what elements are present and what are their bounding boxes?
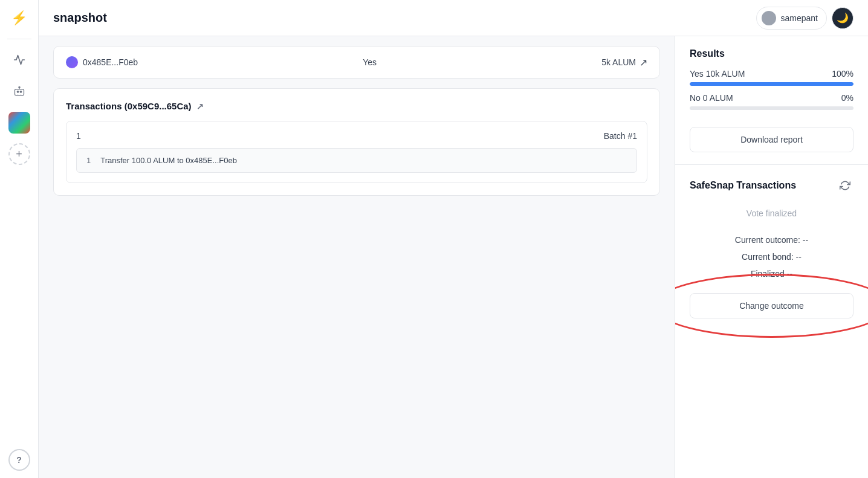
batch-card: 1 Batch #1 1 Transfer 100.0 ALUM to 0x48… xyxy=(66,121,647,183)
safesnap-title: SafeSnap Transactions xyxy=(690,180,796,191)
content-area: 0x485E...F0eb Yes 5k ALUM ↗ Transactions… xyxy=(39,36,868,478)
download-report-button[interactable]: Download report xyxy=(690,127,853,152)
svg-point-3 xyxy=(19,87,20,88)
voter-row: 0x485E...F0eb Yes 5k ALUM ↗ xyxy=(53,46,660,79)
no-result-header: No 0 ALUM 0% xyxy=(690,93,853,103)
vote-finalized-status: Vote finalized xyxy=(690,204,853,223)
sidebar-divider xyxy=(7,39,31,39)
safesnap-card: SafeSnap Transactions Vote finalized Cur… xyxy=(675,165,868,478)
tx-item-description: Transfer 100.0 ALUM to 0x485E...F0eb xyxy=(100,156,237,165)
app-logo-icon[interactable]: ⚡ xyxy=(8,7,30,29)
voter-avatar-dot xyxy=(66,56,78,68)
yes-pct: 100% xyxy=(832,69,853,79)
tx-item-number: 1 xyxy=(86,156,91,165)
tx-section-header: Transactions (0x59C9...65Ca) ↗ xyxy=(66,101,647,111)
yes-result-header: Yes 10k ALUM 100% xyxy=(690,69,853,79)
main-area: snapshot samepant 🌙 0x485E...F0eb Yes xyxy=(39,0,868,478)
yes-progress-fill xyxy=(690,82,853,86)
left-panel: 0x485E...F0eb Yes 5k ALUM ↗ Transactions… xyxy=(39,36,675,478)
external-link-icon[interactable]: ↗ xyxy=(196,102,204,111)
current-outcome-row: Current outcome: -- xyxy=(690,235,853,245)
no-progress-bg xyxy=(690,106,853,110)
user-avatar xyxy=(762,11,776,25)
page-title: snapshot xyxy=(53,11,107,25)
safesnap-header: SafeSnap Transactions xyxy=(690,177,853,194)
change-outcome-wrapper: Change outcome xyxy=(690,293,853,318)
voter-choice: Yes xyxy=(363,57,377,67)
sidebar-avatar[interactable] xyxy=(8,112,30,134)
yes-label: Yes 10k ALUM xyxy=(690,69,745,79)
sidebar-item-robot[interactable] xyxy=(8,80,30,102)
finalized-row: Finalized -- xyxy=(690,269,853,279)
change-outcome-button[interactable]: Change outcome xyxy=(690,293,853,318)
tx-item: 1 Transfer 100.0 ALUM to 0x485E...F0eb xyxy=(76,148,637,173)
current-bond-row: Current bond: -- xyxy=(690,252,853,262)
voter-amount: 5k ALUM ↗ xyxy=(601,57,647,68)
no-label: No 0 ALUM xyxy=(690,93,733,103)
yes-result-row: Yes 10k ALUM 100% xyxy=(690,69,853,86)
batch-number: 1 xyxy=(76,131,81,141)
results-card: Results Yes 10k ALUM 100% No 0 ALUM 0% xyxy=(675,36,868,165)
header-right: samepant 🌙 xyxy=(756,7,853,30)
voter-address: 0x485E...F0eb xyxy=(66,56,138,68)
batch-header: 1 Batch #1 xyxy=(76,131,637,141)
moon-icon: 🌙 xyxy=(837,12,849,24)
theme-toggle-button[interactable]: 🌙 xyxy=(832,7,853,29)
svg-rect-0 xyxy=(15,89,24,95)
current-bond-label: Current bond: xyxy=(742,252,794,262)
current-outcome-value: -- xyxy=(803,235,808,245)
batch-label: Batch #1 xyxy=(604,131,637,141)
finalized-label: Finalized xyxy=(751,269,785,279)
sidebar-bottom: ? xyxy=(8,449,30,471)
user-pill[interactable]: samepant xyxy=(756,7,827,30)
app-header: snapshot samepant 🌙 xyxy=(39,0,868,36)
outcome-info: Current outcome: -- Current bond: -- Fin… xyxy=(690,235,853,279)
transactions-section: Transactions (0x59C9...65Ca) ↗ 1 Batch #… xyxy=(53,88,660,196)
user-name: samepant xyxy=(781,13,818,23)
sidebar: ⚡ + ? xyxy=(0,0,39,478)
help-button[interactable]: ? xyxy=(8,449,30,471)
finalized-value: -- xyxy=(787,269,792,279)
sidebar-add-button[interactable]: + xyxy=(8,143,30,165)
current-outcome-label: Current outcome: xyxy=(735,235,800,245)
right-panel: Results Yes 10k ALUM 100% No 0 ALUM 0% xyxy=(675,36,868,478)
trend-icon: ↗ xyxy=(640,57,647,68)
sidebar-item-activity[interactable] xyxy=(8,49,30,71)
no-result-row: No 0 ALUM 0% xyxy=(690,93,853,110)
no-pct: 0% xyxy=(841,93,853,103)
current-bond-value: -- xyxy=(796,252,802,262)
yes-progress-bg xyxy=(690,82,853,86)
refresh-icon[interactable] xyxy=(837,177,853,194)
results-title: Results xyxy=(690,48,853,59)
svg-point-2 xyxy=(20,91,22,93)
svg-point-1 xyxy=(17,91,19,93)
